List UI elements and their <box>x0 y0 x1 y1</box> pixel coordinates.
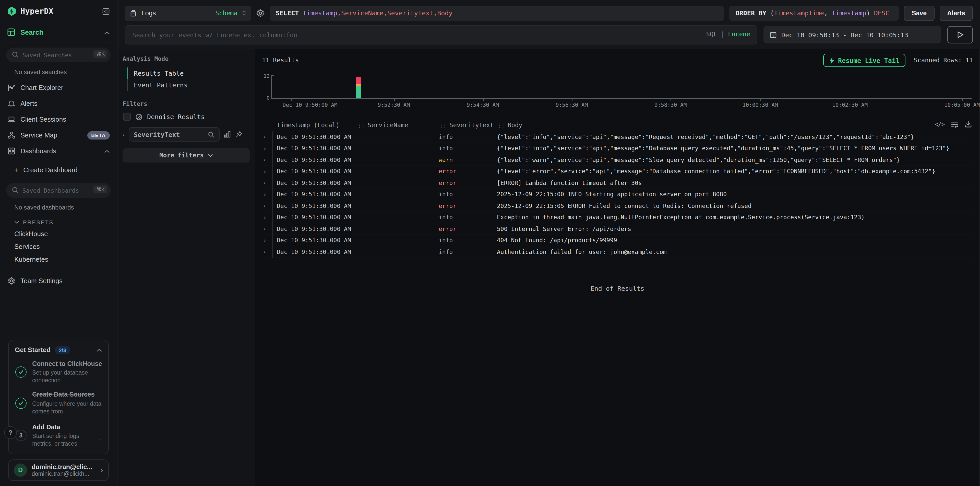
source-select[interactable]: Logs Schema <box>125 5 251 21</box>
filter-field-name: SeverityText <box>134 131 180 138</box>
download-icon[interactable] <box>965 121 972 128</box>
get-started-step-add-data[interactable]: 3 Add Data Start sending logs, metrics, … <box>15 424 102 448</box>
alerts-button[interactable]: Alerts <box>939 5 973 21</box>
cell-timestamp: Dec 10 9:51:30.000 AM <box>272 200 357 211</box>
sql-segment: SELECT <box>276 9 302 17</box>
row-expand-chevron[interactable] <box>262 226 272 232</box>
row-expand-chevron[interactable] <box>262 157 272 163</box>
more-filters-label: More filters <box>159 152 204 159</box>
run-query-button[interactable] <box>947 26 973 43</box>
filter-field-box[interactable]: SeverityText <box>129 127 220 142</box>
sidebar-item-chart-explorer[interactable]: Chart Explorer <box>0 80 117 96</box>
gear-icon <box>7 277 15 285</box>
preset-item[interactable]: Kubernetes <box>0 253 117 266</box>
chart-toggle-icon[interactable] <box>224 131 231 138</box>
presets-list: ClickHouseServicesKubernetes <box>0 228 117 266</box>
row-expand-chevron[interactable] <box>262 191 272 198</box>
code-view-icon[interactable]: </> <box>935 121 945 127</box>
histogram-bar[interactable] <box>356 76 361 98</box>
help-button[interactable]: ? <box>4 426 17 439</box>
order-by-editor[interactable]: ORDER BY (TimestampTime, Timestamp) DESC <box>730 5 899 21</box>
preset-item[interactable]: ClickHouse <box>0 228 117 240</box>
table-row[interactable]: Dec 10 9:51:30.000 AM info 2025-12-09 22… <box>262 189 973 200</box>
presets-header[interactable]: PRESETS <box>0 215 117 228</box>
table-row[interactable]: Dec 10 9:51:30.000 AM info Exception in … <box>262 212 973 223</box>
sidebar-item-team-settings[interactable]: Team Settings <box>0 273 117 289</box>
pin-icon[interactable] <box>235 131 243 138</box>
sidebar-section-search[interactable]: Search <box>0 22 117 42</box>
get-started-step-connect[interactable]: Connect to ClickHouse Set up your databa… <box>15 360 102 384</box>
drag-grip-icon[interactable]: ⋮⋮ <box>357 123 364 128</box>
mode-sql[interactable]: SQL <box>706 31 717 38</box>
event-search-input[interactable] <box>125 25 757 45</box>
row-expand-chevron[interactable] <box>262 237 272 244</box>
drag-grip-icon[interactable]: ⋮⋮ <box>497 123 504 128</box>
cell-timestamp: Dec 10 9:51:30.000 AM <box>272 223 357 234</box>
table-row[interactable]: Dec 10 9:51:30.000 AM warn {"level":"war… <box>262 155 973 166</box>
sidebar-item-dashboards[interactable]: Dashboards <box>0 143 117 159</box>
denoise-icon <box>135 113 143 120</box>
row-expand-chevron[interactable] <box>262 134 272 140</box>
play-icon <box>957 31 963 38</box>
column-header-body[interactable]: ⋮⋮ Body <box>497 122 973 129</box>
table-row[interactable]: Dec 10 9:51:30.000 AM error 2025-12-09 2… <box>262 200 973 212</box>
tab-results-table[interactable]: Results Table <box>127 67 250 79</box>
preset-item[interactable]: Services <box>0 240 117 253</box>
table-row[interactable]: Dec 10 9:51:30.000 AM info {"level":"inf… <box>262 143 973 155</box>
chevron-up-icon <box>104 147 110 155</box>
create-dashboard-button[interactable]: + Create Dashboard <box>0 162 117 178</box>
hyperdx-logo-icon <box>7 6 16 16</box>
row-expand-chevron[interactable] <box>262 214 272 221</box>
chart-plot[interactable] <box>271 75 972 99</box>
cell-body: 2025-12-09 22:15:05 ERROR Failed to conn… <box>497 202 973 210</box>
check-circle-icon <box>15 366 27 378</box>
table-row[interactable]: Dec 10 9:51:30.000 AM error {"level":"er… <box>262 166 973 177</box>
tab-event-patterns[interactable]: Event Patterns <box>127 79 250 91</box>
sql-select-editor[interactable]: SELECT Timestamp,ServiceName,SeverityTex… <box>270 5 724 21</box>
sidebar-item-service-map[interactable]: Service Map BETA <box>0 127 117 143</box>
sql-segment: ( <box>770 9 774 17</box>
filter-group-severitytext: › SeverityText <box>123 127 250 142</box>
drag-grip-icon[interactable]: ⋮⋮ <box>439 123 446 128</box>
avatar: D <box>14 464 27 477</box>
date-range-picker[interactable]: 1 Dec 10 09:50:13 - Dec 10 10:05:13 <box>764 26 941 43</box>
row-expand-chevron[interactable] <box>262 249 272 255</box>
table-row[interactable]: Dec 10 9:51:30.000 AM info 404 Not Found… <box>262 235 973 246</box>
sidebar-item-alerts[interactable]: Alerts <box>0 96 117 112</box>
mode-lucene[interactable]: Lucene <box>728 31 750 38</box>
row-expand-chevron[interactable] <box>262 145 272 152</box>
arrow-right-icon: → <box>95 435 102 442</box>
column-header-timestamp[interactable]: Timestamp (Local) <box>272 122 357 129</box>
cell-severity: info <box>439 214 497 221</box>
chevron-expand-icon[interactable]: › <box>123 131 125 138</box>
sidebar-item-client-sessions[interactable]: Client Sessions <box>0 112 117 127</box>
row-expand-chevron[interactable] <box>262 168 272 175</box>
table-row[interactable]: Dec 10 9:51:30.000 AM error [ERROR] Lamb… <box>262 177 973 189</box>
table-row[interactable]: Dec 10 9:51:30.000 AM info Authenticatio… <box>262 246 973 258</box>
cell-severity: error <box>439 225 497 233</box>
collapse-sidebar-icon[interactable] <box>102 7 110 15</box>
column-header-servicename[interactable]: ⋮⋮ ServiceName <box>357 122 439 129</box>
chevron-up-icon[interactable] <box>97 346 102 354</box>
table-row[interactable]: Dec 10 9:51:30.000 AM error 500 Internal… <box>262 223 973 235</box>
row-expand-chevron[interactable] <box>262 180 272 186</box>
kbd-shortcut-badge: ⌘K <box>94 185 107 193</box>
get-started-step-sources[interactable]: Create Data Sources Configure where your… <box>15 391 102 415</box>
user-profile-card[interactable]: D dominic.tran@clic... dominic.tran@clic… <box>8 459 109 481</box>
more-filters-button[interactable]: More filters <box>123 148 250 163</box>
column-header-severitytext[interactable]: ⋮⋮ SeverityText <box>439 122 497 129</box>
get-started-progress-badge: 2/3 <box>55 346 70 354</box>
cell-body: Authentication failed for user: john@exa… <box>497 249 973 255</box>
denoise-checkbox[interactable] <box>123 113 131 121</box>
source-settings-gear-icon[interactable] <box>256 9 264 17</box>
denoise-results-toggle[interactable]: Denoise Results <box>123 113 250 121</box>
row-expand-chevron[interactable] <box>262 202 272 209</box>
wrap-lines-icon[interactable] <box>951 121 959 127</box>
save-button[interactable]: Save <box>904 5 934 21</box>
cell-timestamp: Dec 10 9:51:30.000 AM <box>272 177 357 188</box>
sql-segment: Timestamp <box>832 9 866 17</box>
resume-live-tail-button[interactable]: Resume Live Tail <box>823 54 906 67</box>
brand-row: HyperDX <box>0 0 117 22</box>
sidebar: HyperDX Search ⌘K No saved search <box>0 0 118 486</box>
table-row[interactable]: Dec 10 9:51:30.000 AM info {"level":"inf… <box>262 131 973 143</box>
